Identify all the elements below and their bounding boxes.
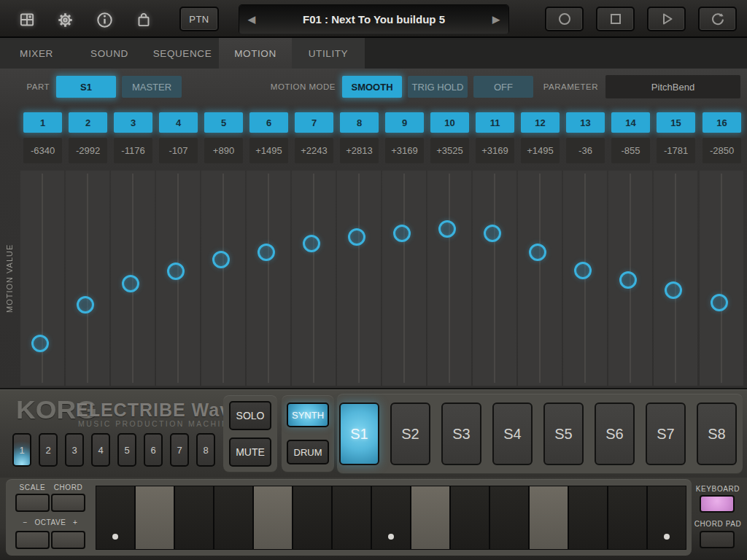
step-mute-button-3[interactable]: 3 <box>65 433 84 467</box>
keyboard-mode-button[interactable] <box>700 495 735 513</box>
shop-bag-icon[interactable] <box>133 9 155 31</box>
motion-point-15[interactable] <box>665 281 682 299</box>
step-button-13[interactable]: 13 <box>566 112 605 133</box>
motion-lane-15[interactable] <box>654 171 697 386</box>
motion-point-13[interactable] <box>574 262 592 279</box>
step-mute-button-7[interactable]: 7 <box>170 433 189 467</box>
motion-lane-6[interactable] <box>247 171 290 386</box>
key-9[interactable] <box>411 486 449 549</box>
part-pad-s2[interactable]: S2 <box>390 402 430 465</box>
motion-point-14[interactable] <box>619 271 637 289</box>
motion-mode-off-button[interactable]: OFF <box>473 76 533 98</box>
motion-point-10[interactable] <box>438 220 456 238</box>
pattern-next-icon[interactable]: ▶ <box>492 5 500 34</box>
step-button-16[interactable]: 16 <box>703 112 741 133</box>
part-pad-s5[interactable]: S5 <box>543 402 584 465</box>
part-pad-s3[interactable]: S3 <box>441 402 481 465</box>
solo-button[interactable]: SOLO <box>229 401 271 430</box>
motion-lane-7[interactable] <box>292 171 336 386</box>
step-button-12[interactable]: 12 <box>521 112 560 133</box>
pattern-display[interactable]: ◀ F01 : Next To You buildup 5 ▶ <box>239 5 508 34</box>
motion-mode-trig-hold-button[interactable]: TRIG HOLD <box>408 76 468 98</box>
step-mute-button-5[interactable]: 5 <box>117 433 136 467</box>
motion-lane-5[interactable] <box>201 171 245 386</box>
motion-lane-13[interactable] <box>563 171 607 386</box>
chord-button[interactable] <box>51 494 85 512</box>
pattern-prev-icon[interactable]: ◀ <box>248 5 255 34</box>
motion-point-9[interactable] <box>393 225 411 242</box>
key-3[interactable] <box>175 486 213 549</box>
key-6[interactable] <box>293 486 331 549</box>
chord-pad-button[interactable] <box>700 531 735 548</box>
key-5[interactable] <box>254 486 292 549</box>
motion-point-5[interactable] <box>212 251 230 268</box>
tab-sound[interactable]: SOUND <box>73 38 146 69</box>
key-1[interactable] <box>96 486 134 549</box>
tab-motion[interactable]: MOTION <box>219 38 292 69</box>
step-button-7[interactable]: 7 <box>295 112 333 133</box>
key-2[interactable] <box>136 486 174 549</box>
octave-down-button[interactable] <box>15 531 50 549</box>
step-mute-button-1[interactable]: 1 <box>12 433 31 467</box>
motion-lane-4[interactable] <box>156 171 200 386</box>
tab-sequence[interactable]: SEQUENCE <box>146 38 219 69</box>
motion-point-4[interactable] <box>167 262 185 280</box>
motion-point-6[interactable] <box>258 244 275 261</box>
key-12[interactable] <box>530 486 568 549</box>
step-button-8[interactable]: 8 <box>340 112 379 133</box>
mute-button[interactable]: MUTE <box>229 438 271 467</box>
synth-button[interactable]: SYNTH <box>287 402 329 427</box>
play-button[interactable] <box>647 7 686 31</box>
key-4[interactable] <box>214 486 252 549</box>
step-mute-button-6[interactable]: 6 <box>144 433 163 467</box>
stop-button[interactable] <box>596 7 635 31</box>
motion-lane-14[interactable] <box>608 171 652 386</box>
motion-lane-2[interactable] <box>66 171 109 386</box>
step-button-4[interactable]: 4 <box>159 112 198 133</box>
part-pad-s7[interactable]: S7 <box>646 402 686 465</box>
motion-point-12[interactable] <box>529 244 546 261</box>
step-mute-button-2[interactable]: 2 <box>39 433 58 467</box>
scale-button[interactable] <box>15 494 50 512</box>
key-15[interactable] <box>648 486 686 549</box>
drum-button[interactable]: DRUM <box>287 440 329 464</box>
part-master-button[interactable]: MASTER <box>122 76 182 98</box>
part-pad-s8[interactable]: S8 <box>697 402 737 465</box>
motion-mode-smooth-button[interactable]: SMOOTH <box>342 76 402 98</box>
record-button[interactable] <box>545 7 584 31</box>
step-button-2[interactable]: 2 <box>69 112 107 133</box>
key-14[interactable] <box>608 486 646 549</box>
part-pad-s4[interactable]: S4 <box>492 402 533 465</box>
motion-lane-3[interactable] <box>111 171 155 386</box>
window-select-icon[interactable] <box>16 9 38 31</box>
tab-utility[interactable]: UTILITY <box>292 38 365 69</box>
ptn-button[interactable]: PTN <box>179 7 219 31</box>
parameter-select[interactable]: PitchBend <box>605 75 740 98</box>
motion-lane-12[interactable] <box>518 171 562 386</box>
motion-point-2[interactable] <box>77 296 94 314</box>
settings-gear-icon[interactable] <box>54 9 76 31</box>
step-button-9[interactable]: 9 <box>385 112 424 133</box>
motion-point-3[interactable] <box>122 275 139 292</box>
part-pad-s6[interactable]: S6 <box>595 402 635 465</box>
step-mute-button-8[interactable]: 8 <box>196 433 215 467</box>
key-10[interactable] <box>451 486 489 549</box>
step-button-1[interactable]: 1 <box>23 112 62 133</box>
part-s1-button[interactable]: S1 <box>56 76 116 98</box>
key-8[interactable] <box>372 486 410 549</box>
motion-point-1[interactable] <box>31 335 49 352</box>
motion-lane-1[interactable] <box>20 171 64 386</box>
motion-lane-9[interactable] <box>382 171 426 386</box>
step-button-6[interactable]: 6 <box>249 112 288 133</box>
part-pad-s1[interactable]: S1 <box>339 402 379 465</box>
info-icon[interactable] <box>93 9 115 31</box>
motion-lane-8[interactable] <box>337 171 381 386</box>
step-mute-button-4[interactable]: 4 <box>91 433 110 467</box>
motion-point-7[interactable] <box>303 235 320 252</box>
octave-up-button[interactable] <box>51 531 85 549</box>
motion-lane-11[interactable] <box>473 171 516 386</box>
motion-point-16[interactable] <box>711 294 728 311</box>
step-button-10[interactable]: 10 <box>430 112 469 133</box>
key-11[interactable] <box>490 486 528 549</box>
step-button-14[interactable]: 14 <box>611 112 650 133</box>
